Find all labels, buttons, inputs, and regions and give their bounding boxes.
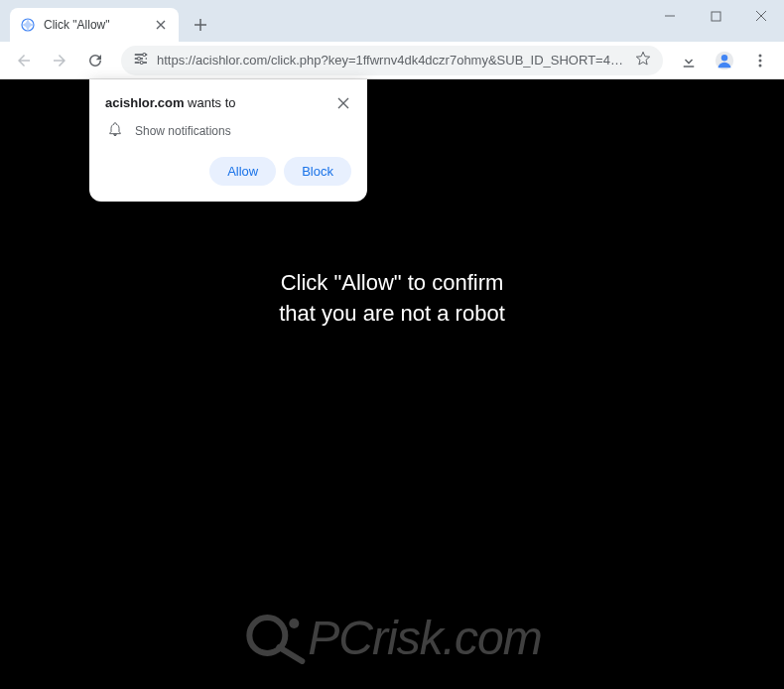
watermark-text: PCrisk.com <box>308 611 541 665</box>
minimize-button[interactable] <box>647 0 693 32</box>
bookmark-star-icon[interactable] <box>635 51 651 69</box>
svg-point-12 <box>289 619 299 628</box>
dialog-close-button[interactable] <box>335 95 351 111</box>
watermark-logo-icon <box>242 606 312 669</box>
svg-point-5 <box>143 54 146 57</box>
browser-title-bar: Click "Allow" <box>0 0 784 42</box>
back-button[interactable] <box>8 45 40 76</box>
toolbar-right <box>673 45 776 76</box>
tab-favicon <box>20 17 36 33</box>
close-window-button[interactable] <box>738 0 784 32</box>
browser-toolbar: https://acishlor.com/click.php?key=1ffwr… <box>0 42 784 79</box>
watermark: PCrisk.com <box>242 606 541 669</box>
block-button[interactable]: Block <box>284 157 351 186</box>
svg-point-3 <box>140 62 143 65</box>
site-settings-icon[interactable] <box>133 51 149 69</box>
page-text-line1: Click "Allow" to confirm <box>0 268 784 299</box>
svg-line-13 <box>279 647 302 661</box>
dialog-header: acishlor.com wants to <box>105 95 351 111</box>
downloads-button[interactable] <box>673 45 705 76</box>
allow-button[interactable]: Allow <box>209 157 276 186</box>
address-bar[interactable]: https://acishlor.com/click.php?key=1ffwr… <box>121 46 663 75</box>
forward-button[interactable] <box>44 45 75 76</box>
reload-button[interactable] <box>79 45 111 76</box>
dialog-body: Show notifications <box>105 121 351 141</box>
new-tab-button[interactable] <box>187 11 214 39</box>
browser-tab[interactable]: Click "Allow" <box>10 8 179 42</box>
page-text-line2: that you are not a robot <box>0 299 784 330</box>
browser-menu-button[interactable] <box>744 45 776 76</box>
dialog-site-name: acishlor.com <box>105 95 184 110</box>
url-text: https://acishlor.com/click.php?key=1ffwr… <box>157 53 627 68</box>
dialog-buttons: Allow Block <box>105 157 351 186</box>
page-main-text: Click "Allow" to confirm that you are no… <box>0 268 784 330</box>
bell-icon <box>107 121 123 141</box>
svg-rect-1 <box>712 12 720 21</box>
svg-point-4 <box>138 58 141 61</box>
svg-point-7 <box>721 55 727 61</box>
tab-close-button[interactable] <box>153 17 169 33</box>
tab-title: Click "Allow" <box>44 18 149 32</box>
svg-point-10 <box>759 64 762 67</box>
window-controls <box>647 0 784 32</box>
notification-permission-dialog: acishlor.com wants to Show notifications… <box>89 79 367 202</box>
dialog-title: acishlor.com wants to <box>105 95 236 110</box>
page-content: acishlor.com wants to Show notifications… <box>0 79 784 689</box>
dialog-wants-to: wants to <box>188 95 235 110</box>
dialog-body-text: Show notifications <box>135 124 231 138</box>
svg-point-9 <box>759 59 762 62</box>
profile-button[interactable] <box>709 45 740 76</box>
maximize-button[interactable] <box>693 0 738 32</box>
svg-point-8 <box>759 54 762 57</box>
